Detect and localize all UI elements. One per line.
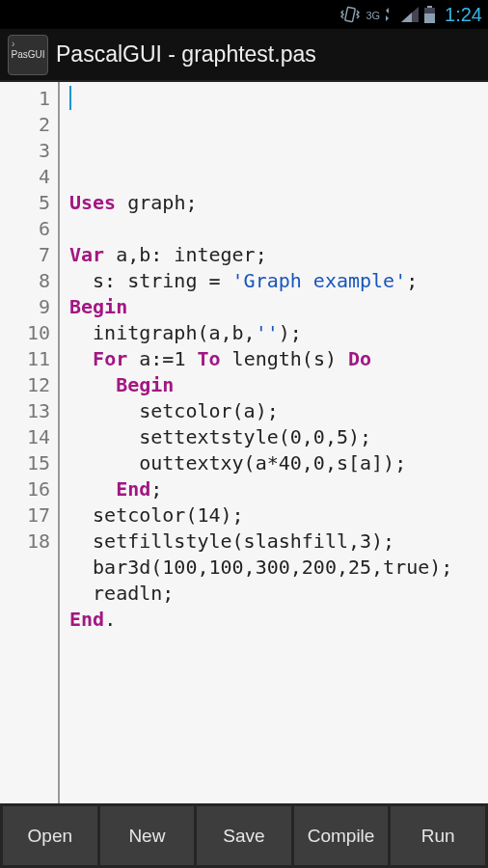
svg-rect-1 [427,6,432,8]
vibrate-icon [340,6,360,23]
network-3g-icon: 3G [366,8,395,21]
line-number: 7 [0,242,50,268]
gutter-divider [58,82,60,803]
code-line[interactable]: Begin [69,294,488,320]
code-line[interactable]: initgraph(a,b,''); [69,320,488,346]
line-number: 9 [0,294,50,320]
signal-icon [401,7,419,22]
line-number: 3 [0,138,50,164]
line-number: 15 [0,450,50,476]
code-line[interactable]: setcolor(14); [69,502,488,529]
code-area[interactable]: Uses graph;Var a,b: integer; s: string =… [69,82,488,803]
svg-rect-0 [345,7,356,21]
line-number: 16 [0,476,50,502]
code-line[interactable]: End; [69,476,488,502]
save-button[interactable]: Save [197,806,291,865]
code-line[interactable]: Begin [69,372,488,398]
line-number: 8 [0,268,50,294]
line-number: 13 [0,398,50,424]
app-icon: PasGUI [8,35,48,75]
line-number: 1 [0,86,50,112]
code-line[interactable]: setfillstyle(slashfill,3); [69,529,488,555]
line-number: 12 [0,372,50,398]
code-line[interactable]: readln; [69,581,488,607]
compile-button[interactable]: Compile [294,806,389,865]
line-number: 11 [0,346,50,372]
code-line[interactable]: End. [69,607,488,633]
code-line[interactable]: Var a,b: integer; [69,242,488,268]
new-button[interactable]: New [100,806,195,865]
line-number-gutter: 123456789101112131415161718 [0,82,58,803]
code-line[interactable]: Uses graph; [69,190,488,216]
line-number: 5 [0,190,50,216]
run-button[interactable]: Run [391,806,485,865]
code-line[interactable]: bar3d(100,100,300,200,25,true); [69,555,488,581]
code-line[interactable]: For a:=1 To length(s) Do [69,346,488,372]
line-number: 4 [0,164,50,190]
code-editor[interactable]: 123456789101112131415161718 Uses graph;V… [0,82,488,803]
code-line[interactable] [69,216,488,242]
code-line[interactable]: s: string = 'Graph example'; [69,268,488,294]
line-number: 10 [0,320,50,346]
svg-rect-3 [424,14,435,23]
app-title: PascalGUI - graphtest.pas [56,41,316,68]
code-line[interactable]: outtextxy(a*40,0,s[a]); [69,450,488,476]
line-number: 2 [0,112,50,138]
open-button[interactable]: Open [3,806,97,865]
text-cursor [69,86,71,110]
code-line[interactable] [69,164,488,190]
status-bar: 3G 1:24 [0,0,488,29]
bottom-toolbar: Open New Save Compile Run [0,803,488,868]
status-clock: 1:24 [445,4,482,26]
line-number: 17 [0,502,50,529]
code-line[interactable]: settextstyle(0,0,5); [69,424,488,450]
line-number: 14 [0,424,50,450]
line-number: 6 [0,216,50,242]
battery-icon [424,6,435,23]
app-header: PasGUI PascalGUI - graphtest.pas [0,29,488,82]
line-number: 18 [0,529,50,555]
code-line[interactable]: setcolor(a); [69,398,488,424]
